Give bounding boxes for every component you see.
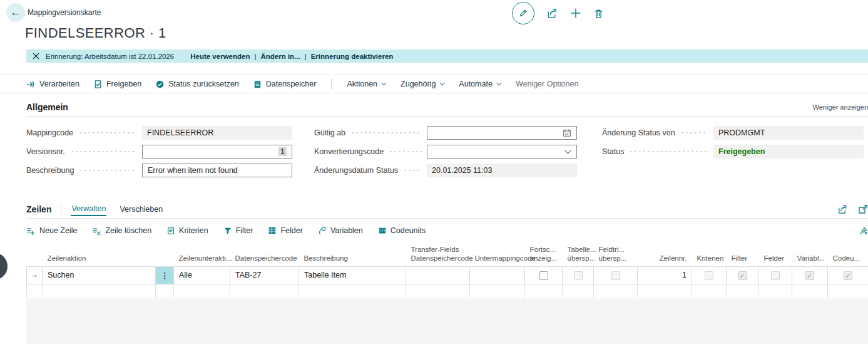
konvertierungscode-input[interactable] [427,145,577,159]
filter-icon [223,226,232,235]
cell-tabelle [563,266,594,284]
open-in-new-icon[interactable] [858,204,868,214]
felder-button[interactable]: Felder [268,226,302,235]
lines-table: Zeilenaktion Zeilenunterakti... Datenspe… [26,245,868,298]
kriterien-checkbox [705,271,713,280]
fortschritt-checkbox[interactable] [539,271,548,280]
chevron-down-icon[interactable] [564,150,571,154]
row-menu-icon[interactable]: ⋮ [156,266,174,284]
lines-section-title[interactable]: Zeilen [26,204,51,214]
calendar-icon[interactable] [563,128,571,137]
field-mappingcode: Mappingcode FINDELSEERROR [26,126,292,140]
release-button[interactable]: Freigeben [93,80,141,89]
fields-icon [268,226,277,235]
table-empty-row[interactable] [27,284,868,298]
new-line-button[interactable]: Neue Zeile [26,226,77,236]
share-button[interactable] [546,8,558,19]
field-label: Konvertierungscode [314,147,384,156]
codeunits-button[interactable]: Codeunits [378,226,426,235]
datastore-button[interactable]: Datenspeicher [253,80,317,89]
pin-icon [859,226,868,236]
kriterien-button[interactable]: Kriterien [166,226,208,235]
menu-zugehoerig[interactable]: Zugehörig [401,80,445,88]
less-options-link[interactable]: Weniger Optionen [516,80,579,88]
gueltig-ab-input[interactable] [427,126,577,140]
cell-felder [759,266,792,284]
menu-aktionen[interactable]: Aktionen [347,80,387,88]
action-bar: Verarbeiten Freigeben Status zurücksetze… [0,75,868,93]
chevron-down-icon [496,82,502,86]
show-less-link[interactable]: Weniger anzeigen [813,102,868,111]
cell-kriterien [692,266,727,284]
process-icon [26,80,36,89]
col-datenspeichercode[interactable]: Datenspeichercode [230,245,299,266]
cell-beschreibung[interactable]: Tabelle Item [299,266,406,284]
col-zeilenunteraktion[interactable]: Zeilenunterakti... [174,245,230,266]
col-variablen[interactable]: Variabl... [792,245,828,266]
notification-link-change-to[interactable]: Ändern in... [250,53,300,60]
feldtrigger-ueberspringen-checkbox [611,271,620,280]
beschreibung-input[interactable]: Error when item not found [142,164,292,177]
delete-line-button[interactable]: Zeile löschen [92,226,151,236]
field-aenderungsdatum-status: Änderungsdatum Status 20.01.2025 11:03 [314,164,577,177]
col-filter[interactable]: Filter [727,245,759,266]
general-section-title[interactable]: Allgemein [26,102,68,112]
cell-untermappingcode[interactable] [470,266,525,284]
cell-datenspeichercode[interactable]: TAB-27 [230,266,299,284]
col-zeilennr[interactable]: Zeilennr. [638,245,692,266]
mappingcode-value: FINDELSEERROR [142,126,292,140]
col-fortschritt-anzeigen[interactable]: Fortsc... anzeig... [525,245,563,266]
reset-status-button[interactable]: Status zurücksetzen [155,80,239,89]
back-button[interactable]: ← [6,3,25,22]
col-felder[interactable]: Felder [759,245,792,266]
cell-feldtrigger [594,266,638,284]
chevron-down-icon [381,82,387,86]
col-feldtrigger-ueberspringen[interactable]: Feldtri... übersp... [594,245,638,266]
plus-icon [570,8,581,19]
share-icon [546,8,558,19]
col-beschreibung[interactable]: Beschreibung [299,245,406,266]
filter-button[interactable]: Filter [223,226,253,235]
lines-section-header: Zeilen Verwalten Verschieben [26,202,868,217]
col-kriterien[interactable]: Kriterien [692,245,727,266]
col-tabelle-ueberspringen[interactable]: Tabelle... übersp... [563,245,594,266]
field-gueltig-ab: Gültig ab [314,126,577,140]
reset-status-icon [155,80,165,89]
pin-button[interactable] [859,226,868,236]
process-button[interactable]: Verarbeiten [26,80,79,89]
felder-checkbox [771,271,780,280]
back-arrow-icon: ← [11,6,21,19]
tab-verschieben[interactable]: Verschieben [119,203,163,216]
share-icon[interactable] [837,204,848,215]
menu-automate[interactable]: Automate [459,80,502,88]
breadcrumb[interactable]: Mappingversionskarte [28,8,101,17]
close-icon[interactable] [33,53,40,60]
field-label: Beschreibung [26,166,74,175]
variables-icon [318,226,327,235]
col-transfer-fields[interactable]: Transfer-Fields Datenspeichercode [406,245,470,266]
cell-zeilennr[interactable]: 1 [638,266,692,284]
col-codeunits[interactable]: Codeu... [828,245,868,266]
cell-zeilenaktion[interactable]: Suchen [43,266,156,284]
versionsnr-input[interactable]: 1 [142,145,292,159]
new-button[interactable] [570,8,581,19]
notification-link-disable-reminder[interactable]: Erinnerung deaktivieren [300,53,394,60]
col-zeilenaktion[interactable]: Zeilenaktion [43,245,156,266]
filter-checkbox [738,271,747,280]
edit-button[interactable] [512,2,534,24]
delete-button[interactable] [593,8,604,19]
cell-transfer-fields[interactable] [406,266,470,284]
field-label: Status [602,147,624,156]
field-label: Versionsnr. [26,147,65,156]
cell-zeilenunteraktion[interactable]: Alle [174,266,230,284]
col-rowmenu [156,245,174,266]
tab-verwalten[interactable]: Verwalten [71,202,106,216]
variablen-button[interactable]: Variablen [318,226,363,235]
col-untermappingcode[interactable]: Untermappingcode [470,245,525,266]
notification-link-use-today[interactable]: Heute verwenden [190,53,250,60]
general-column-2: Gültig ab Konvertierungscode Änderungsda… [314,126,577,182]
table-header-row: Zeilenaktion Zeilenunterakti... Datenspe… [27,245,868,266]
side-handle[interactable] [0,253,8,280]
content-background-panel [26,299,868,344]
field-label: Änderung Status von [602,128,675,137]
